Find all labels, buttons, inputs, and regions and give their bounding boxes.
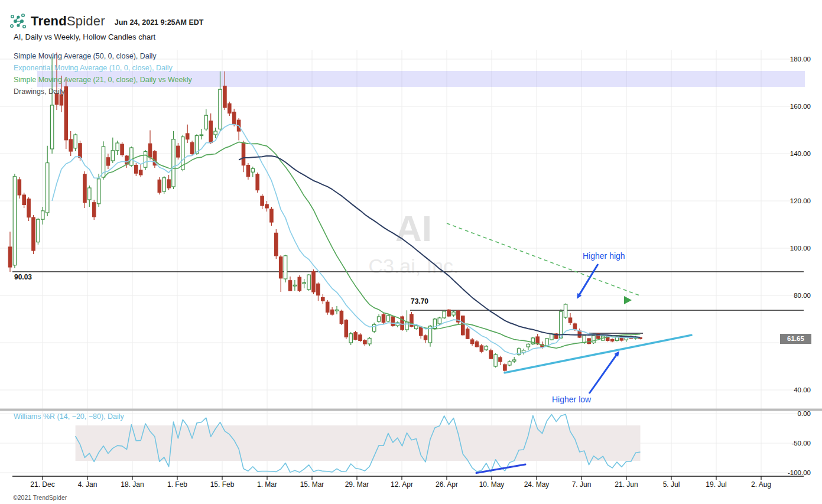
candle-body	[228, 104, 231, 113]
candle-body	[335, 310, 338, 311]
candle-body	[560, 311, 563, 338]
price-axis-label: 80.00	[794, 292, 811, 299]
x-axis-tick-label: 21. Jun	[615, 480, 638, 489]
legend-ema10[interactable]: Exponential Moving Average (10, 0, close…	[14, 62, 192, 74]
panel-separator[interactable]	[0, 409, 822, 411]
candle-body	[470, 340, 473, 344]
price-level-label-9003: 90.03	[14, 273, 32, 281]
higher-low-arrow	[589, 354, 618, 394]
candle-body	[288, 281, 291, 291]
x-axis-tick-label: 26. Apr	[436, 480, 458, 489]
candle-body	[377, 317, 380, 321]
wr-shaded-zone	[76, 425, 641, 461]
candle-body	[447, 310, 450, 316]
x-axis-tick-label: 12. Apr	[391, 480, 413, 489]
candle-body	[261, 196, 264, 206]
candle-body	[256, 174, 259, 190]
candle-body	[97, 179, 100, 204]
candle-body	[298, 277, 301, 291]
wr-axis-label: -50.00	[791, 440, 811, 447]
candle-body	[499, 357, 502, 362]
brand-light: Spider	[67, 14, 105, 28]
candle-body	[373, 324, 376, 331]
x-axis-tick-label: 4. Jan	[78, 480, 98, 489]
legend-sma50[interactable]: Simple Moving Average (50, 0, close), Da…	[14, 50, 192, 62]
candle-body	[462, 316, 464, 335]
x-axis-tick-label: 24. May	[524, 480, 550, 489]
candle-body	[307, 275, 310, 290]
candle-body	[177, 146, 180, 157]
x-axis-tick-label: 19. Jul	[706, 480, 726, 489]
price-axis-label: 40.00	[794, 386, 811, 394]
candle-body	[345, 320, 347, 337]
x-axis-tick-label: 2. Aug	[751, 480, 771, 489]
watermark-symbol: AI	[395, 208, 432, 249]
brand-bold: Trend	[31, 14, 67, 28]
candle-body	[545, 339, 548, 346]
candle-body	[583, 336, 586, 343]
candle-body	[568, 318, 571, 323]
candle-body	[32, 217, 35, 251]
indicator-legend: Simple Moving Average (50, 0, close), Da…	[14, 50, 192, 97]
x-axis-tick-label: 5. Jul	[663, 480, 680, 489]
candle-body	[27, 199, 30, 217]
candle-body	[317, 284, 320, 295]
candle-body	[251, 168, 254, 172]
candle-body	[8, 247, 11, 267]
candle-body	[270, 209, 273, 222]
candle-body	[452, 312, 455, 315]
candle-body	[148, 144, 151, 157]
x-axis-tick-label: 15. Feb	[210, 480, 235, 489]
candle-body	[275, 233, 278, 255]
price-level-label-7370: 73.70	[411, 297, 428, 305]
candle-body	[550, 334, 553, 340]
candle-body	[280, 257, 282, 278]
x-axis-tick-label: 10. May	[479, 480, 505, 489]
candle-body	[330, 310, 333, 314]
candle-body	[233, 112, 236, 125]
candle-body	[513, 360, 516, 361]
candle-body	[420, 327, 423, 336]
candle-body	[200, 135, 203, 136]
candle-body	[204, 115, 207, 129]
candle-body	[37, 219, 40, 242]
candle-body	[578, 331, 581, 337]
annotation-higher-high[interactable]: Higher high	[583, 251, 625, 261]
candle-body	[363, 340, 366, 344]
candle-body	[93, 203, 96, 217]
current-price-badge: 61.65	[780, 334, 811, 344]
candle-body	[303, 282, 306, 284]
candle-body	[466, 329, 469, 339]
candle-body	[610, 339, 613, 341]
candle-body	[508, 362, 511, 365]
x-axis-tick-label: 1. Mar	[257, 480, 277, 489]
trendspider-logo-icon[interactable]	[9, 12, 27, 31]
candle-body	[135, 165, 138, 174]
copyright: ©2021 TrendSpider	[13, 494, 67, 501]
x-axis-tick-label: 21. Dec	[30, 480, 54, 489]
candle-body	[167, 180, 170, 188]
candle-body	[480, 346, 483, 352]
candle-body	[121, 144, 124, 155]
legend-williams-r[interactable]: Williams %R (14, −20, −80), Daily	[14, 412, 124, 421]
candle-body	[190, 142, 193, 154]
candle-body	[209, 121, 212, 142]
brand-wordmark[interactable]: TrendSpider	[31, 14, 105, 29]
candle-body	[564, 304, 567, 317]
price-axis-label: 100.00	[790, 245, 811, 252]
candle-body	[111, 151, 114, 161]
candle-body	[172, 139, 175, 187]
candle-body	[475, 342, 478, 346]
legend-sma21[interactable]: Simple Moving Average (21, 0, close), Da…	[14, 74, 192, 86]
candle-body	[415, 326, 418, 329]
candle-body	[312, 272, 315, 292]
annotation-higher-low[interactable]: Higher low	[552, 395, 591, 404]
candle-body	[83, 174, 86, 203]
legend-drawings[interactable]: Drawings, Daily	[14, 86, 192, 97]
candle-body	[494, 355, 497, 366]
app-header: TrendSpider Jun 24, 2021 9:25AM EDT	[9, 12, 203, 31]
candle-body	[88, 188, 91, 200]
candle-body	[391, 317, 394, 326]
candle-body	[386, 316, 389, 321]
candle-body	[186, 134, 189, 139]
